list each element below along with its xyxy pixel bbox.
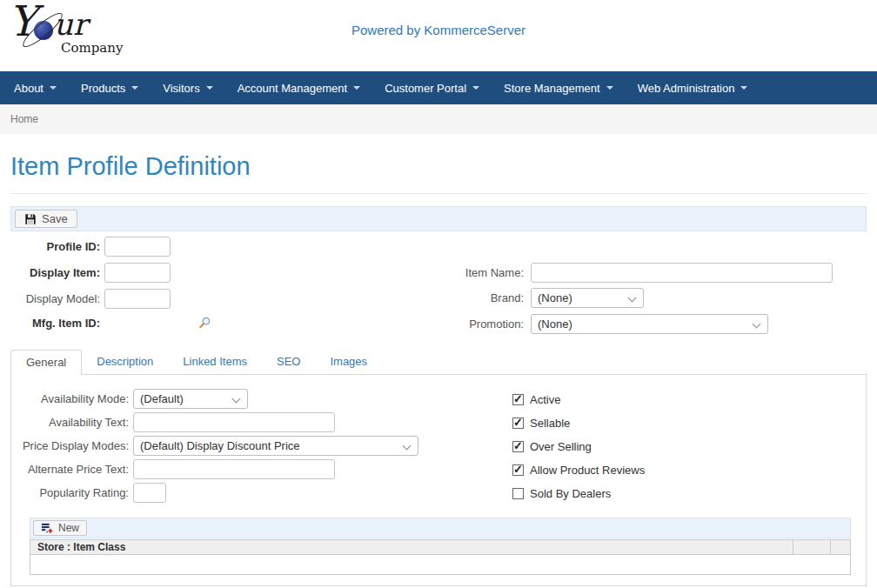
mfg-item-id-label: Mfg. Item ID: (10, 317, 100, 330)
caret-down-icon (353, 86, 360, 90)
item-class-table: Store : Item Class (30, 539, 851, 575)
brand-label: Brand: (393, 291, 524, 304)
display-item-row: Display Item: (10, 263, 171, 283)
brand-row: Brand: (None) (393, 288, 644, 308)
tab-seo[interactable]: SEO (262, 350, 315, 374)
caret-down-icon (740, 86, 747, 90)
breadcrumb-home: Home (10, 113, 38, 125)
nav-item-account-management[interactable]: Account Management (225, 71, 372, 104)
tab-linked-items[interactable]: Linked Items (168, 350, 262, 374)
display-item-input[interactable] (104, 263, 171, 283)
item-class-empty-row (30, 555, 851, 575)
checkbox-row-allow-product-reviews: Allow Product Reviews (512, 464, 645, 477)
nav-item-customer-portal[interactable]: Customer Portal (372, 71, 492, 104)
new-button-label: New (58, 522, 79, 534)
display-model-input[interactable] (104, 289, 171, 309)
promotion-selected-value: (None) (538, 317, 572, 331)
profile-id-input[interactable] (104, 237, 171, 257)
popularity-rating-input[interactable] (133, 483, 166, 503)
main-content: Item Profile Definition Save Profile ID:… (0, 151, 877, 586)
nav-item-label: Customer Portal (385, 82, 466, 95)
item-name-label: Item Name: (393, 266, 524, 279)
availability-text-row: Availability Text: (11, 412, 335, 432)
add-record-icon (41, 523, 53, 534)
item-class-table-header-row: Store : Item Class (30, 540, 851, 555)
save-icon (24, 213, 37, 225)
price-display-modes-selected-value: (Default) Display Discount Price (140, 439, 300, 452)
mfg-item-id-row: Mfg. Item ID: (10, 317, 211, 330)
tab-general[interactable]: General (10, 350, 82, 375)
sold-by-dealers-checkbox-label: Sold By Dealers (530, 487, 611, 500)
new-button[interactable]: New (33, 520, 87, 536)
nav-item-label: Products (81, 82, 125, 95)
allow-product-reviews-checkbox[interactable] (512, 464, 524, 476)
sellable-checkbox[interactable] (512, 418, 524, 429)
promotion-row: Promotion: (None) (393, 314, 768, 334)
alternate-price-text-label: Alternate Price Text: (11, 463, 129, 476)
powered-by-text: Powered by KommerceServer (0, 23, 877, 37)
save-button-label: Save (42, 212, 68, 225)
nav-item-visitors[interactable]: Visitors (151, 71, 224, 104)
page-header: Y ur Company Powered by KommerceServer (0, 0, 877, 71)
item-name-row: Item Name: (393, 263, 833, 283)
nav-item-about[interactable]: About (2, 71, 69, 104)
checkbox-row-sellable: Sellable (512, 417, 570, 430)
display-item-label: Display Item: (10, 266, 100, 279)
profile-id-row: Profile ID: (10, 237, 171, 257)
allow-product-reviews-checkbox-label: Allow Product Reviews (530, 464, 645, 477)
availability-mode-select[interactable]: (Default) (133, 389, 248, 409)
promotion-label: Promotion: (393, 317, 524, 331)
active-checkbox-label: Active (530, 393, 560, 406)
checkbox-row-over-selling: Over Selling (512, 440, 592, 453)
item-name-input[interactable] (531, 263, 833, 283)
checkbox-row-sold-by-dealers: Sold By Dealers (512, 487, 611, 500)
nav-item-products[interactable]: Products (69, 71, 151, 104)
brand-selected-value: (None) (538, 291, 572, 304)
main-navbar: About Products Visitors Account Manageme… (0, 71, 877, 104)
availability-text-input[interactable] (133, 412, 335, 432)
popularity-rating-row: Popularity Rating: (11, 483, 166, 503)
general-tab-panel: Availability Mode: (Default) Availabilit… (10, 374, 867, 586)
active-checkbox[interactable] (512, 394, 524, 405)
nav-item-label: Account Management (238, 82, 347, 95)
availability-mode-label: Availability Mode: (11, 392, 129, 405)
over-selling-checkbox[interactable] (512, 441, 524, 452)
general-tab-fields: Availability Mode: (Default) Availabilit… (11, 389, 866, 509)
save-button[interactable]: Save (15, 210, 77, 228)
price-display-modes-row: Price Display Modes: (Default) Display D… (11, 436, 418, 456)
store-item-class-header: Store : Item Class (30, 540, 793, 555)
page-title: Item Profile Definition (10, 151, 867, 181)
checkbox-row-active: Active (512, 393, 560, 406)
profile-id-label: Profile ID: (10, 240, 100, 253)
display-model-row: Display Model: (10, 289, 171, 309)
logo-text-company: Company (61, 40, 123, 56)
caret-down-icon (131, 86, 138, 90)
nav-item-label: Store Management (504, 82, 600, 95)
search-icon[interactable] (198, 317, 211, 330)
nav-item-label: Visitors (163, 82, 199, 95)
popularity-rating-label: Popularity Rating: (11, 486, 129, 499)
tab-description[interactable]: Description (82, 350, 168, 374)
brand-select[interactable]: (None) (531, 288, 644, 308)
alternate-price-text-input[interactable] (133, 459, 335, 479)
availability-text-label: Availability Text: (11, 416, 129, 429)
display-model-label: Display Model: (10, 292, 100, 305)
caret-down-icon (50, 86, 57, 90)
nav-item-store-management[interactable]: Store Management (492, 71, 626, 104)
availability-mode-row: Availability Mode: (Default) (11, 389, 248, 409)
price-display-modes-label: Price Display Modes: (11, 439, 129, 452)
nav-item-label: Web Administration (638, 82, 735, 95)
price-display-modes-select[interactable]: (Default) Display Discount Price (133, 436, 418, 456)
sellable-checkbox-label: Sellable (530, 417, 570, 430)
breadcrumb: Home (0, 104, 877, 134)
sold-by-dealers-checkbox[interactable] (512, 488, 524, 499)
item-profile-form: Profile ID: Display Item: Display Model:… (10, 237, 867, 343)
item-class-action-column-header-2 (831, 540, 851, 555)
availability-mode-selected-value: (Default) (140, 392, 184, 405)
item-class-toolbar: New (30, 518, 851, 538)
profile-tabs: General Description Linked Items SEO Ima… (10, 350, 867, 374)
item-class-action-column-header (793, 540, 831, 555)
promotion-select[interactable]: (None) (531, 314, 768, 334)
tab-images[interactable]: Images (315, 350, 382, 374)
nav-item-web-administration[interactable]: Web Administration (626, 71, 760, 104)
